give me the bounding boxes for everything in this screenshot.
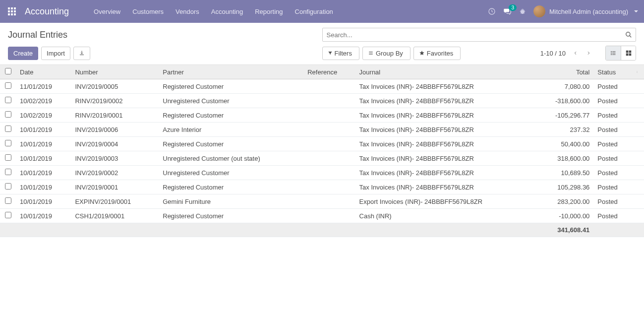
menu-accounting[interactable]: Accounting bbox=[206, 5, 248, 18]
avatar bbox=[533, 5, 545, 17]
table-row[interactable]: 10/01/2019INV/2019/0001Registered Custom… bbox=[0, 180, 644, 194]
svg-rect-5 bbox=[14, 10, 16, 12]
cell-number: INV/2019/0001 bbox=[71, 180, 159, 194]
journal-entries-table: Date Number Partner Reference Journal To… bbox=[0, 65, 644, 237]
download-button[interactable] bbox=[73, 47, 90, 60]
footer-total: 341,608.41 bbox=[535, 223, 593, 237]
groupby-button[interactable]: Group By bbox=[362, 47, 410, 60]
table-row[interactable]: 10/01/2019EXPINV/2019/0001Gemini Furnitu… bbox=[0, 194, 644, 209]
cell-journal: Tax Invoices (INR)- 24BBBFF5679L8ZR bbox=[355, 166, 535, 180]
create-button[interactable]: Create bbox=[8, 47, 38, 60]
table-row[interactable]: 10/02/2019RINV/2019/0002Unregistered Cus… bbox=[0, 94, 644, 108]
apps-icon[interactable] bbox=[6, 5, 18, 17]
col-partner[interactable]: Partner bbox=[159, 65, 303, 79]
svg-rect-2 bbox=[14, 7, 16, 9]
menu-configuration[interactable]: Configuration bbox=[290, 5, 338, 18]
cell-date: 10/01/2019 bbox=[16, 123, 71, 137]
svg-point-27 bbox=[637, 72, 638, 72]
select-all-checkbox[interactable] bbox=[5, 68, 11, 74]
cell-journal: Tax Invoices (INR)- 24BBBFF5679L8ZR bbox=[355, 79, 535, 94]
row-checkbox[interactable] bbox=[5, 197, 11, 204]
cell-partner: Azure Interior bbox=[159, 123, 303, 137]
cell-partner: Unregistered Customer bbox=[159, 94, 303, 108]
row-checkbox[interactable] bbox=[5, 111, 11, 118]
table-row[interactable]: 10/01/2019INV/2019/0002Unregistered Cust… bbox=[0, 166, 644, 180]
page-title: Journal Entries bbox=[8, 30, 322, 40]
table-row[interactable]: 10/01/2019INV/2019/0003Unregistered Cust… bbox=[0, 151, 644, 166]
pager-text[interactable]: 1-10 / 10 bbox=[540, 50, 566, 57]
clock-icon[interactable] bbox=[488, 7, 496, 15]
cell-date: 10/01/2019 bbox=[16, 151, 71, 166]
row-checkbox[interactable] bbox=[5, 183, 11, 190]
user-name: Mitchell Admin (accounting) bbox=[549, 8, 628, 15]
cell-partner: Unregistered Customer (out state) bbox=[159, 151, 303, 166]
filters-button[interactable]: Filters bbox=[322, 47, 359, 60]
row-checkbox[interactable] bbox=[5, 212, 11, 218]
cell-number: RINV/2019/0001 bbox=[71, 108, 159, 123]
kebab-icon bbox=[636, 68, 638, 75]
cell-reference bbox=[303, 209, 355, 223]
row-checkbox[interactable] bbox=[5, 126, 11, 132]
menu-vendors[interactable]: Vendors bbox=[171, 5, 204, 18]
app-title[interactable]: Accounting bbox=[25, 6, 69, 17]
user-menu[interactable]: Mitchell Admin (accounting) bbox=[533, 5, 638, 17]
svg-rect-8 bbox=[14, 13, 16, 15]
row-checkbox[interactable] bbox=[5, 169, 11, 175]
col-status[interactable]: Status bbox=[593, 65, 632, 79]
cell-date: 10/01/2019 bbox=[16, 180, 71, 194]
menu-customers[interactable]: Customers bbox=[127, 5, 169, 18]
cell-journal: Tax Invoices (INR)- 24BBBFF5679L8ZR bbox=[355, 151, 535, 166]
kanban-view-button[interactable] bbox=[621, 46, 636, 60]
cell-total: 7,080.00 bbox=[535, 79, 593, 94]
col-reference[interactable]: Reference bbox=[303, 65, 355, 79]
col-journal[interactable]: Journal bbox=[355, 65, 535, 79]
table-row[interactable]: 10/01/2019INV/2019/0006Azure InteriorTax… bbox=[0, 123, 644, 137]
cell-total: 318,600.00 bbox=[535, 151, 593, 166]
cell-total: 105,298.36 bbox=[535, 180, 593, 194]
cell-date: 10/02/2019 bbox=[16, 108, 71, 123]
cell-date: 10/01/2019 bbox=[16, 209, 71, 223]
cell-partner: Registered Customer bbox=[159, 180, 303, 194]
cell-journal: Tax Invoices (INR)- 24BBBFF5679L8ZR bbox=[355, 123, 535, 137]
cell-partner: Registered Customer bbox=[159, 79, 303, 94]
col-number[interactable]: Number bbox=[71, 65, 159, 79]
svg-point-11 bbox=[626, 32, 630, 36]
svg-point-10 bbox=[521, 10, 525, 13]
list-view-button[interactable] bbox=[606, 46, 621, 60]
table-row[interactable]: 10/01/2019CSH1/2019/0001Registered Custo… bbox=[0, 209, 644, 223]
search-input[interactable] bbox=[322, 28, 637, 42]
cell-total: 237.32 bbox=[535, 123, 593, 137]
kanban-view-icon bbox=[625, 50, 632, 57]
favorites-button[interactable]: Favorites bbox=[413, 47, 461, 60]
pager-next[interactable] bbox=[584, 48, 593, 58]
cell-number: INV/2019/0003 bbox=[71, 151, 159, 166]
row-checkbox[interactable] bbox=[5, 154, 11, 161]
col-total[interactable]: Total bbox=[535, 65, 593, 79]
bug-icon[interactable] bbox=[519, 7, 527, 15]
svg-rect-22 bbox=[626, 51, 628, 53]
cell-reference bbox=[303, 137, 355, 151]
table-row[interactable]: 10/02/2019RINV/2019/0001Registered Custo… bbox=[0, 108, 644, 123]
col-optional[interactable] bbox=[632, 65, 644, 79]
row-checkbox[interactable] bbox=[5, 140, 11, 146]
pager-prev[interactable] bbox=[571, 48, 581, 58]
menu-overview[interactable]: Overview bbox=[89, 5, 125, 18]
table-row[interactable]: 10/01/2019INV/2019/0004Registered Custom… bbox=[0, 137, 644, 151]
cell-reference bbox=[303, 94, 355, 108]
discuss-icon[interactable]: 3 bbox=[503, 7, 512, 15]
import-button[interactable]: Import bbox=[41, 47, 70, 60]
menu-reporting[interactable]: Reporting bbox=[250, 5, 288, 18]
row-checkbox[interactable] bbox=[5, 82, 11, 89]
cell-number: CSH1/2019/0001 bbox=[71, 209, 159, 223]
row-checkbox[interactable] bbox=[5, 97, 11, 103]
filter-icon bbox=[328, 51, 333, 56]
star-icon bbox=[419, 50, 425, 56]
cell-reference bbox=[303, 108, 355, 123]
cell-status: Posted bbox=[593, 209, 632, 223]
main-menu: OverviewCustomersVendorsAccountingReport… bbox=[89, 5, 338, 18]
cell-reference bbox=[303, 194, 355, 209]
cell-journal: Cash (INR) bbox=[355, 209, 535, 223]
col-date[interactable]: Date bbox=[16, 65, 71, 79]
table-row[interactable]: 11/01/2019INV/2019/0005Registered Custom… bbox=[0, 79, 644, 94]
search-icon[interactable] bbox=[625, 31, 632, 38]
